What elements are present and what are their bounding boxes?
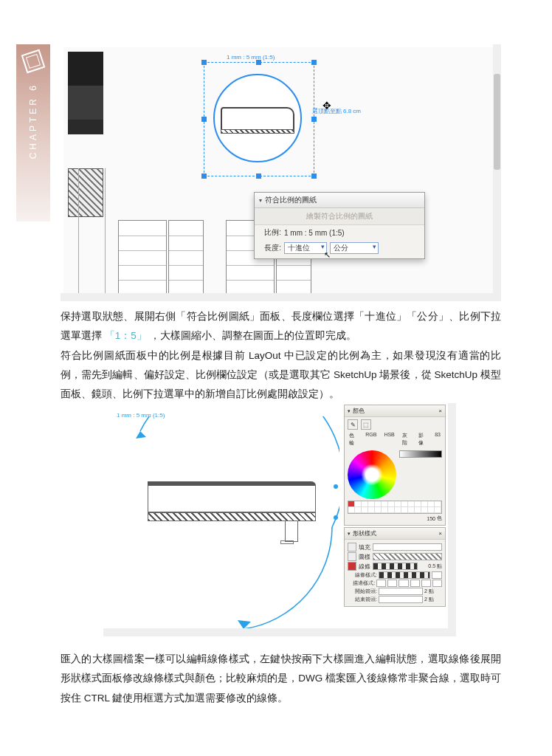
vertical-scrollbar[interactable] xyxy=(448,403,456,636)
body-paragraph-1: 保持選取狀態、展開右側「符合比例圖紙」面板、長度欄位選擇「十進位」「公分」、比例… xyxy=(61,307,501,405)
scrollbar-thumb[interactable] xyxy=(494,74,500,170)
palette-title[interactable]: ▾ 形狀樣式 × xyxy=(345,528,445,540)
pattern-swatch[interactable] xyxy=(373,553,442,560)
start-arrow-row: 開始箭頭: 2 點 xyxy=(348,588,442,595)
figure-2: 1 mm : 5 mm (1:5) ▾ 顏色 × ✎ ⬚ 色輪 RGB HSB … xyxy=(103,403,456,636)
value-field[interactable]: 83 xyxy=(433,431,442,447)
cap-btn[interactable] xyxy=(376,580,386,587)
horizontal-scrollbar[interactable] xyxy=(103,628,448,636)
resize-handle[interactable] xyxy=(201,173,207,179)
shape-style-palette[interactable]: ▾ 形狀樣式 × 填充 圖樣 線條 0.5 點 線條樣式: xyxy=(344,527,446,607)
color-palette[interactable]: ▾ 顏色 × ✎ ⬚ 色輪 RGB HSB 灰階 影像 83 xyxy=(344,405,446,526)
detail-arc xyxy=(111,416,339,630)
collapse-icon[interactable]: ▾ xyxy=(348,531,351,537)
combo-value: 公分 xyxy=(334,243,348,253)
vertical-scrollbar[interactable] xyxy=(493,44,501,301)
move-distance-label: 選頂點至點 6.8 cm xyxy=(312,107,361,115)
gridline xyxy=(105,168,106,301)
close-icon[interactable]: × xyxy=(438,408,442,414)
join-btn[interactable] xyxy=(432,580,442,587)
label: 描邊樣式: xyxy=(348,580,375,587)
join-btn[interactable] xyxy=(410,580,420,587)
label: 結束箭頭: xyxy=(348,596,377,603)
profile-leg xyxy=(285,521,298,542)
cap-btn[interactable] xyxy=(399,580,408,587)
fill-swatch[interactable] xyxy=(373,543,442,551)
detail-profile xyxy=(221,107,294,129)
fig1-strip xyxy=(68,120,103,134)
brightness-slider[interactable] xyxy=(399,450,442,458)
collapse-icon[interactable]: ▾ xyxy=(259,197,262,204)
dash-combo[interactable] xyxy=(379,571,430,579)
resize-handle[interactable] xyxy=(201,60,207,65)
length-format-combo[interactable]: 十進位 xyxy=(284,242,327,254)
length-label: 長度: xyxy=(259,243,281,253)
horizontal-scrollbar[interactable] xyxy=(61,293,493,301)
profile-hatch xyxy=(148,512,316,521)
dimension-point xyxy=(334,515,338,520)
resize-handle[interactable] xyxy=(311,117,317,122)
eyedropper-icon[interactable]: ✎ xyxy=(348,419,358,430)
selection-box[interactable]: 1 mm : 5 mm (1:5) ✥ 選頂點至點 6.8 cm xyxy=(204,62,314,176)
length-row: 長度: 十進位 ↖ 公分 xyxy=(255,240,424,258)
swatch-grid[interactable] xyxy=(348,501,442,514)
detail-profile-hatch xyxy=(221,129,294,134)
color-wheel[interactable] xyxy=(348,450,396,499)
resize-handle[interactable] xyxy=(201,117,207,122)
chapter-icon xyxy=(21,49,46,74)
tab[interactable]: 色輪 xyxy=(348,431,359,447)
close-icon[interactable]: × xyxy=(438,530,442,537)
tab[interactable]: 灰階 xyxy=(401,431,413,447)
label: 線條 xyxy=(359,563,370,571)
fill-row: 填充 xyxy=(348,543,442,551)
scaled-drawing-panel[interactable]: ▾ 符合比例的圖紙 繪製符合比例的圖紙 比例: 1 mm : 5 mm (1:5… xyxy=(254,192,425,259)
resize-handle[interactable] xyxy=(256,173,261,179)
profile-body xyxy=(148,486,316,512)
fig1-strip xyxy=(68,86,103,120)
screen-picker-icon[interactable]: ⬚ xyxy=(361,419,371,430)
tab[interactable]: RGB xyxy=(364,431,378,447)
dimension-point xyxy=(334,484,338,489)
tab[interactable]: 影像 xyxy=(417,431,429,447)
stroke-row: 描邊樣式: xyxy=(348,580,442,587)
line-width-value[interactable]: 0.5 點 xyxy=(420,563,442,570)
fill-toggle[interactable] xyxy=(348,543,356,551)
join-btn[interactable] xyxy=(421,580,431,587)
figure-1: 1 mm : 5 mm (1:5) ✥ 選頂點至點 6.8 cm ▾ 符合比例的… xyxy=(61,44,501,301)
palette-title[interactable]: ▾ 顏色 × xyxy=(345,405,445,417)
end-arrow-combo[interactable] xyxy=(379,596,423,603)
end-arrow-row: 結束箭頭: 2 點 xyxy=(348,596,442,603)
label: 線條樣式: xyxy=(348,571,377,579)
text: ，大樣圖縮小、調整在圖面上的位置即完成。 xyxy=(150,330,356,341)
palette-tools: ✎ ⬚ xyxy=(348,419,442,430)
collapse-icon[interactable]: ▾ xyxy=(348,408,351,414)
resize-handle[interactable] xyxy=(311,173,317,179)
profile-foot xyxy=(280,540,294,544)
shelf xyxy=(118,220,167,300)
resize-handle[interactable] xyxy=(256,60,261,65)
shelf xyxy=(168,220,204,300)
scale-field[interactable] xyxy=(432,571,442,579)
panel-title[interactable]: ▾ 符合比例的圖紙 xyxy=(255,193,424,208)
pattern-toggle[interactable] xyxy=(348,552,356,561)
cap-btn[interactable] xyxy=(387,580,397,587)
label: 開始箭頭: xyxy=(348,588,377,595)
chapter-sidebar: CHAPTER 6 xyxy=(16,44,50,221)
panel-subtitle: 繪製符合比例的圖紙 xyxy=(255,208,424,225)
arrow-size[interactable]: 2 點 xyxy=(424,596,442,603)
start-arrow-combo[interactable] xyxy=(379,588,423,595)
scale-row: 比例: 1 mm : 5 mm (1:5) xyxy=(255,225,424,240)
text: 匯入的大樣圖檔案一樣可以編輯線條樣式，左鍵快按兩下大樣圖進入編輯狀態，選取線條後… xyxy=(61,653,501,704)
line-toggle[interactable] xyxy=(348,562,356,571)
pattern-row: 圖樣 xyxy=(348,552,442,561)
color-mode-tabs[interactable]: 色輪 RGB HSB 灰階 影像 83 xyxy=(348,431,442,447)
text: 符合比例圖紙面板中的比例是根據目前 LayOut 中已設定的比例為主，如果發現沒… xyxy=(61,350,501,400)
arrow-size[interactable]: 2 點 xyxy=(424,588,442,595)
length-unit-combo[interactable]: 公分 xyxy=(330,242,379,254)
tab[interactable]: HSB xyxy=(382,431,396,447)
combo-value: 十進位 xyxy=(288,243,310,253)
resize-handle[interactable] xyxy=(311,60,317,65)
dash-row: 線條樣式: xyxy=(348,571,442,579)
selection-scale-label: 1 mm : 5 mm (1:5) xyxy=(227,54,275,61)
line-swatch[interactable] xyxy=(373,563,418,570)
